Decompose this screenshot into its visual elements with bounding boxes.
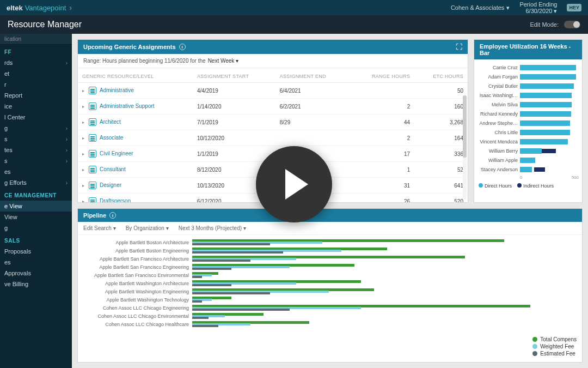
- sidebar-item[interactable]: e View: [0, 201, 72, 212]
- edit-mode-toggle[interactable]: [564, 21, 580, 28]
- utilization-row: Stacey Anderson: [475, 165, 580, 174]
- resource-link[interactable]: Consultant: [100, 166, 126, 172]
- pipeline-panel: Pipeline i Edit Search ▾ By Organization…: [77, 208, 583, 363]
- sidebar-section-header: CE MANAGEMENT: [0, 188, 72, 201]
- sidebar: lication FFrds›etr Reporticel Centerg›s›…: [0, 34, 72, 368]
- period-dropdown[interactable]: Next 3 Months (Projected) ▾: [179, 225, 246, 231]
- info-icon[interactable]: i: [179, 44, 186, 50]
- sidebar-section-header: FF: [0, 45, 72, 57]
- caret-down-icon: ▾: [554, 8, 557, 14]
- by-organization-dropdown[interactable]: By Organization ▾: [126, 225, 169, 231]
- hey-badge[interactable]: HEY: [567, 4, 581, 11]
- col-start[interactable]: ASSIGNMENT START: [193, 68, 275, 83]
- expand-row-icon[interactable]: ▸: [82, 88, 84, 93]
- chevron-right-icon: ›: [66, 158, 68, 164]
- topbar: eltek Vantagepoint › Cohen & Associates …: [0, 0, 588, 15]
- pipeline-header: Pipeline i: [78, 209, 582, 222]
- sidebar-item[interactable]: Proposals: [0, 246, 72, 257]
- chevron-right-icon[interactable]: ›: [69, 3, 72, 12]
- sidebar-item[interactable]: s›: [0, 134, 72, 144]
- expand-row-icon[interactable]: ▸: [82, 167, 84, 172]
- pipeline-row: Apple Bartlett San Francisco Engineering: [78, 263, 582, 271]
- account-dropdown[interactable]: Cohen & Associates ▾: [451, 4, 510, 11]
- sidebar-item[interactable]: View: [0, 212, 72, 222]
- edit-search-dropdown[interactable]: Edit Search ▾: [83, 225, 116, 231]
- col-range[interactable]: RANGE HOURS: [351, 68, 415, 83]
- pipeline-row: Cohen Assoc LLC Chicago Engineering: [78, 304, 582, 312]
- utilization-row: William Apple: [475, 155, 580, 165]
- resource-icon: [89, 182, 96, 189]
- sidebar-item[interactable]: g Efforts›: [0, 177, 72, 188]
- resource-link[interactable]: Civil Engineer: [100, 150, 133, 156]
- resource-link[interactable]: Draftsperson: [100, 198, 131, 202]
- pipeline-row: Apple Bartlett Washington Architecture: [78, 279, 582, 287]
- sidebar-item[interactable]: r: [0, 79, 72, 90]
- expand-icon[interactable]: ⛶: [456, 43, 462, 51]
- period-ending[interactable]: Period Ending 6/30/2020 ▾: [519, 1, 557, 14]
- table-row[interactable]: ▸Administrative4/4/20196/4/202150: [78, 83, 468, 99]
- resource-link[interactable]: Associate: [100, 135, 123, 141]
- resource-link[interactable]: Architect: [100, 119, 121, 125]
- main-content: Upcoming Generic Assignments i ⛶ Range: …: [72, 34, 588, 368]
- utilization-row: Andrew Stephe…: [475, 118, 580, 128]
- expand-row-icon[interactable]: ▸: [82, 136, 84, 141]
- sidebar-item[interactable]: et: [0, 68, 72, 79]
- utilization-panel: Employee Utilization 16 Weeks - Bar Carr…: [474, 39, 583, 203]
- page-header: Resource Manager Edit Mode:: [0, 15, 588, 34]
- table-row[interactable]: ▸Administrative Support1/14/20206/2/2021…: [78, 99, 468, 114]
- sidebar-item[interactable]: Report: [0, 90, 72, 101]
- expand-row-icon[interactable]: ▸: [82, 183, 84, 188]
- expand-row-icon[interactable]: ▸: [82, 104, 84, 109]
- pipeline-row: Apple Bartlett San Francisco Environment…: [78, 271, 582, 279]
- play-icon: [285, 169, 308, 200]
- utilization-header: Employee Utilization 16 Weeks - Bar: [474, 40, 582, 59]
- resource-icon: [89, 166, 96, 173]
- sidebar-item[interactable]: Approvals: [0, 268, 72, 279]
- sidebar-item[interactable]: g›: [0, 123, 72, 134]
- expand-row-icon[interactable]: ▸: [82, 199, 84, 202]
- pipeline-row: Apple Bartlett Washington Technology: [78, 295, 582, 304]
- pipeline-row: Apple Bartlett San Francisco Architectur…: [78, 255, 582, 263]
- utilization-row: Melvin Silva: [475, 100, 580, 109]
- resource-icon: [89, 118, 96, 126]
- col-end[interactable]: ASSIGNMENT END: [275, 68, 351, 83]
- col-etc[interactable]: ETC HOURS: [414, 68, 468, 83]
- assignments-title: Upcoming Generic Assignments: [83, 44, 176, 50]
- chevron-right-icon: ›: [66, 136, 68, 142]
- pipeline-title: Pipeline: [83, 212, 106, 219]
- utilization-axis: 0500: [520, 174, 580, 180]
- pipeline-row: Apple Bartlett Boston Engineering: [78, 246, 582, 255]
- utilization-row: Richard Kennedy: [475, 109, 580, 118]
- pipeline-row: Apple Bartlett Boston Architecture: [78, 238, 582, 246]
- sidebar-search[interactable]: lication: [0, 34, 72, 45]
- range-prefix: Range: Hours planned beginning 11/6/2020…: [83, 58, 206, 64]
- sidebar-item[interactable]: g: [0, 222, 72, 233]
- sidebar-item[interactable]: ve Billing: [0, 279, 72, 289]
- resource-icon: [89, 150, 96, 158]
- utilization-row: Chris Little: [475, 128, 580, 137]
- sidebar-item[interactable]: es: [0, 257, 72, 268]
- edit-mode-label: Edit Mode:: [530, 21, 559, 28]
- col-resource[interactable]: GENERIC RESOURCE/LEVEL: [78, 68, 193, 83]
- utilization-row: Vincent Mendoza: [475, 137, 580, 146]
- info-icon[interactable]: i: [109, 212, 116, 219]
- play-button[interactable]: [256, 146, 332, 222]
- sidebar-item[interactable]: s›: [0, 155, 72, 166]
- expand-row-icon[interactable]: ▸: [82, 120, 84, 125]
- scrollbar[interactable]: [463, 95, 467, 199]
- resource-link[interactable]: Designer: [100, 182, 121, 188]
- sidebar-item[interactable]: es: [0, 166, 72, 177]
- range-dropdown[interactable]: Next Week ▾: [208, 58, 239, 64]
- sidebar-item[interactable]: l Center: [0, 112, 72, 123]
- utilization-row: Adam Forgan: [475, 72, 580, 81]
- resource-link[interactable]: Administrative: [100, 87, 134, 93]
- caret-down-icon: ▾: [506, 4, 510, 11]
- resource-link[interactable]: Administrative Support: [100, 103, 155, 109]
- sidebar-item[interactable]: ice: [0, 101, 72, 112]
- sidebar-item[interactable]: tes›: [0, 144, 72, 155]
- table-row[interactable]: ▸Architect7/1/20198/29443,268: [78, 114, 468, 130]
- expand-row-icon[interactable]: ▸: [82, 152, 84, 156]
- table-row[interactable]: ▸Associate10/12/20202164: [78, 130, 468, 146]
- chevron-right-icon: ›: [66, 180, 68, 186]
- sidebar-item[interactable]: rds›: [0, 57, 72, 68]
